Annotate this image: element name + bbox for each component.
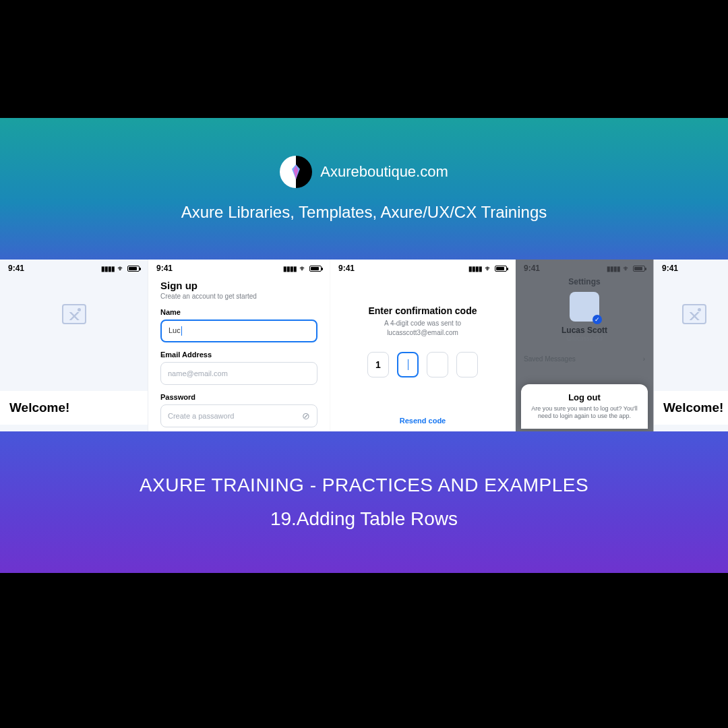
name-value: Luc [169, 326, 181, 334]
status-time: 9:41 [662, 264, 678, 273]
password-label: Password [160, 393, 317, 401]
status-bar: 9:41 ▮▮▮▮ᯤ [330, 260, 515, 276]
signal-icon: ▮▮▮▮ [283, 265, 297, 272]
code-box-4[interactable] [456, 352, 478, 377]
resend-link[interactable]: Resend code [330, 417, 515, 425]
code-input-row: 1 [330, 352, 515, 377]
code-box-2[interactable] [397, 352, 419, 377]
logout-modal: Log out Are you sure you want to log out… [521, 384, 648, 429]
mock-screen-confirmation: 9:41 ▮▮▮▮ᯤ Enter confirmation code A 4-d… [330, 260, 516, 431]
signal-icon: ▮▮▮▮ [468, 265, 482, 272]
image-placeholder-icon [62, 304, 86, 324]
status-bar: 9:41 ▮▮▮▮ᯤ [0, 260, 148, 276]
email-placeholder: name@email.com [168, 369, 228, 377]
wifi-icon: ᯤ [485, 264, 492, 272]
confirm-subtitle: A 4-digit code was sent tolucasscott3@em… [330, 319, 515, 337]
eye-off-icon[interactable]: ⊘ [302, 411, 310, 421]
image-placeholder-icon [682, 304, 706, 324]
brand-tagline: Axure Libraries, Templates, Axure/UX/CX … [181, 203, 547, 222]
logout-text: Are you sure you want to log out? You'll… [529, 405, 640, 421]
profile-handle: @lucasscott3 [566, 335, 603, 342]
verified-badge-icon: ✓ [593, 315, 602, 324]
signup-subtitle: Create an account to get started [160, 293, 317, 300]
name-label: Name [160, 308, 317, 316]
signup-title: Sign up [160, 280, 317, 291]
status-time: 9:41 [338, 264, 355, 273]
wifi-icon: ᯤ [299, 264, 307, 272]
header-band: Axureboutique.com Axure Libraries, Templ… [0, 118, 728, 260]
brand-logo-icon [280, 156, 312, 188]
wifi-icon: ᯤ [117, 264, 125, 272]
profile-name: Lucas Scott [562, 326, 607, 335]
battery-icon [495, 266, 507, 272]
name-input[interactable]: Luc [160, 320, 317, 342]
battery-icon [309, 266, 322, 272]
text-caret-icon [408, 359, 408, 370]
avatar-icon: ✓ [570, 292, 599, 322]
footer-band: AXURE TRAINING - PRACTICES AND EXAMPLES … [0, 431, 728, 573]
saved-label: Saved Messages [524, 355, 576, 363]
welcome-title: Welcome! [654, 391, 728, 425]
email-input[interactable]: name@email.com [160, 362, 317, 385]
mock-screen-welcome-right: 9:41 Welcome! [654, 260, 728, 431]
battery-icon [127, 266, 140, 272]
status-indicators: ▮▮▮▮ᯤ [283, 264, 322, 272]
signal-icon: ▮▮▮▮ [101, 265, 115, 272]
brand-row: Axureboutique.com [280, 156, 448, 188]
code-box-3[interactable] [427, 352, 448, 377]
code-box-1[interactable]: 1 [367, 352, 389, 377]
status-indicators: ▮▮▮▮ᯤ [468, 264, 507, 272]
status-bar: 9:41 [654, 260, 728, 276]
saved-messages-row[interactable]: Saved Messages› [516, 351, 653, 367]
mock-screen-welcome-left: 9:41 ▮▮▮▮ᯤ Welcome! [0, 260, 148, 431]
mock-screen-settings: 9:41 ▮▮▮▮ᯤ Settings ✓ Lucas Scott @lucas… [516, 260, 654, 431]
text-caret-icon [181, 326, 182, 336]
training-subtitle: 19.Adding Table Rows [270, 508, 458, 530]
logout-title: Log out [529, 392, 640, 402]
settings-heading: Settings [516, 277, 653, 286]
confirm-title: Enter confirmation code [330, 305, 515, 316]
status-bar: 9:41 ▮▮▮▮ᯤ [148, 260, 330, 276]
mock-screen-signup: 9:41 ▮▮▮▮ᯤ Sign up Create an account to … [148, 260, 330, 431]
status-time: 9:41 [8, 264, 24, 273]
password-placeholder: Create a passaword [168, 412, 234, 420]
email-label: Email Address [160, 351, 317, 359]
mockups-row: 9:41 ▮▮▮▮ᯤ Welcome! 9:41 ▮▮▮▮ᯤ Sign up C… [0, 260, 728, 431]
welcome-title: Welcome! [0, 391, 148, 425]
chevron-right-icon: › [643, 355, 645, 363]
training-title: AXURE TRAINING - PRACTICES AND EXAMPLES [140, 475, 588, 496]
status-time: 9:41 [156, 264, 173, 273]
brand-name: Axureboutique.com [320, 163, 448, 181]
status-indicators: ▮▮▮▮ᯤ [101, 264, 140, 272]
password-input[interactable]: Create a passaword⊘ [160, 404, 317, 427]
